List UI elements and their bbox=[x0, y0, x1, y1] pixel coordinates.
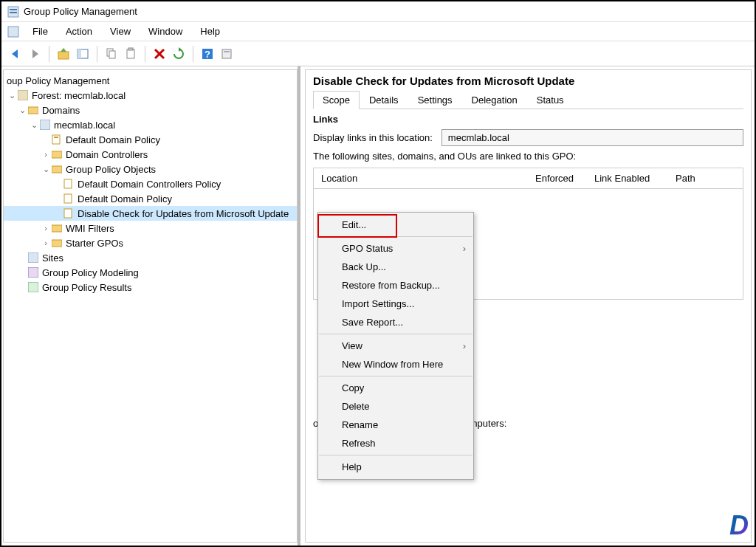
titlebar: Group Policy Management bbox=[1, 1, 755, 22]
tab-settings[interactable]: Settings bbox=[408, 91, 462, 109]
help-button[interactable]: ? bbox=[199, 46, 216, 62]
col-location[interactable]: Location bbox=[321, 173, 535, 184]
gpo-icon bbox=[63, 193, 75, 204]
context-new-window[interactable]: New Window from Here bbox=[318, 355, 473, 374]
tree-pane: oup Policy Management ⌄ Forest: mecmlab.… bbox=[1, 66, 300, 546]
folder-icon bbox=[51, 163, 63, 175]
svg-rect-12 bbox=[127, 49, 134, 58]
refresh-button[interactable] bbox=[171, 46, 187, 62]
context-delete[interactable]: Delete bbox=[318, 397, 473, 416]
svg-rect-30 bbox=[64, 209, 72, 218]
context-save-report[interactable]: Save Report... bbox=[318, 313, 473, 331]
context-separator bbox=[319, 376, 472, 376]
toolbar-separator bbox=[193, 46, 193, 62]
tree-ddp2[interactable]: Default Domain Policy bbox=[4, 191, 297, 206]
tree-forest[interactable]: ⌄ Forest: mecmlab.local bbox=[4, 88, 297, 103]
menu-action[interactable]: Action bbox=[58, 24, 100, 39]
collapse-icon[interactable]: ⌄ bbox=[41, 165, 51, 174]
tree-disable-updates-gpo[interactable]: Disable Check for Updates from Microsoft… bbox=[4, 206, 297, 221]
context-edit[interactable]: Edit... bbox=[318, 216, 473, 234]
context-import[interactable]: Import Settings... bbox=[318, 295, 473, 313]
svg-rect-6 bbox=[58, 52, 69, 59]
app-icon bbox=[7, 6, 19, 18]
svg-rect-13 bbox=[128, 48, 133, 50]
links-heading: Links bbox=[313, 114, 743, 125]
menu-file[interactable]: File bbox=[25, 24, 55, 39]
tab-delegation[interactable]: Delegation bbox=[462, 91, 527, 109]
menu-help[interactable]: Help bbox=[193, 24, 227, 39]
folder-icon bbox=[27, 104, 39, 116]
results-icon bbox=[27, 281, 39, 293]
svg-rect-27 bbox=[52, 166, 62, 173]
svg-rect-29 bbox=[64, 194, 72, 203]
show-hide-tree-button[interactable] bbox=[75, 46, 91, 62]
svg-rect-34 bbox=[28, 267, 38, 278]
col-enforced[interactable]: Enforced bbox=[535, 173, 594, 184]
gpo-link-icon bbox=[51, 134, 63, 145]
svg-rect-9 bbox=[78, 49, 81, 58]
tree-ddcp[interactable]: Default Domain Controllers Policy bbox=[4, 176, 297, 191]
tree-sites[interactable]: Sites bbox=[4, 250, 297, 265]
collapse-icon[interactable]: ⌄ bbox=[7, 91, 17, 100]
toolbar-separator bbox=[97, 46, 97, 62]
svg-rect-2 bbox=[10, 12, 17, 13]
context-separator bbox=[319, 455, 472, 455]
paste-button[interactable] bbox=[123, 46, 139, 62]
collapse-icon[interactable]: ⌄ bbox=[29, 120, 39, 130]
menu-window[interactable]: Window bbox=[141, 24, 190, 39]
domain-icon bbox=[39, 119, 51, 131]
context-separator bbox=[319, 236, 472, 237]
app-menu-icon bbox=[7, 26, 19, 38]
tree-domain-controllers[interactable]: › Domain Controllers bbox=[4, 147, 297, 162]
context-help[interactable]: Help bbox=[318, 458, 473, 476]
toolbar: ? bbox=[1, 41, 755, 66]
copy-button[interactable] bbox=[103, 46, 120, 62]
svg-rect-24 bbox=[52, 135, 60, 144]
delete-button[interactable] bbox=[151, 46, 168, 62]
context-view[interactable]: View bbox=[318, 337, 473, 355]
context-refresh[interactable]: Refresh bbox=[318, 434, 473, 453]
gpo-icon bbox=[63, 178, 75, 190]
forward-button[interactable] bbox=[27, 46, 43, 62]
expand-icon[interactable]: › bbox=[41, 224, 51, 233]
back-button[interactable] bbox=[7, 46, 24, 62]
svg-rect-19 bbox=[222, 49, 231, 58]
up-button[interactable] bbox=[55, 46, 72, 62]
detail-tabs: Scope Details Settings Delegation Status bbox=[313, 90, 743, 109]
context-restore[interactable]: Restore from Backup... bbox=[318, 276, 473, 295]
tree-gp-results[interactable]: Group Policy Results bbox=[4, 280, 297, 295]
tree-gpo-container[interactable]: ⌄ Group Policy Objects bbox=[4, 162, 297, 176]
svg-rect-21 bbox=[18, 90, 28, 100]
toolbar-separator bbox=[145, 46, 145, 62]
tree-default-domain-policy[interactable]: Default Domain Policy bbox=[4, 132, 297, 147]
tab-details[interactable]: Details bbox=[360, 91, 408, 109]
tab-scope[interactable]: Scope bbox=[313, 91, 360, 109]
expand-icon[interactable]: › bbox=[41, 238, 51, 247]
svg-rect-11 bbox=[109, 51, 115, 58]
collapse-icon[interactable]: ⌄ bbox=[17, 106, 27, 115]
tree-wmi-filters[interactable]: › WMI Filters bbox=[4, 221, 297, 235]
context-rename[interactable]: Rename bbox=[318, 416, 473, 434]
tree-domain[interactable]: ⌄ mecmlab.local bbox=[4, 117, 297, 132]
col-link-enabled[interactable]: Link Enabled bbox=[594, 173, 676, 184]
tree-domains[interactable]: ⌄ Domains bbox=[4, 103, 297, 117]
expand-icon[interactable]: › bbox=[41, 150, 51, 159]
svg-rect-31 bbox=[52, 225, 62, 232]
tab-status[interactable]: Status bbox=[527, 91, 574, 109]
tree-starter-gpos[interactable]: › Starter GPOs bbox=[4, 235, 297, 250]
svg-rect-22 bbox=[28, 107, 38, 114]
svg-rect-20 bbox=[224, 51, 230, 52]
col-path[interactable]: Path bbox=[676, 173, 735, 184]
context-copy[interactable]: Copy bbox=[318, 379, 473, 397]
location-dropdown[interactable]: mecmlab.local bbox=[441, 129, 743, 146]
properties-button[interactable] bbox=[219, 46, 235, 62]
navigation-tree[interactable]: oup Policy Management ⌄ Forest: mecmlab.… bbox=[4, 70, 297, 295]
location-row: Display links in this location: mecmlab.… bbox=[313, 129, 743, 146]
window-title: Group Policy Management bbox=[24, 6, 137, 17]
context-backup[interactable]: Back Up... bbox=[318, 258, 473, 276]
menu-view[interactable]: View bbox=[103, 24, 138, 39]
tree-root[interactable]: oup Policy Management bbox=[4, 73, 297, 88]
toolbar-separator bbox=[49, 46, 49, 62]
context-gpo-status[interactable]: GPO Status bbox=[318, 239, 473, 258]
tree-gp-modeling[interactable]: Group Policy Modeling bbox=[4, 265, 297, 280]
